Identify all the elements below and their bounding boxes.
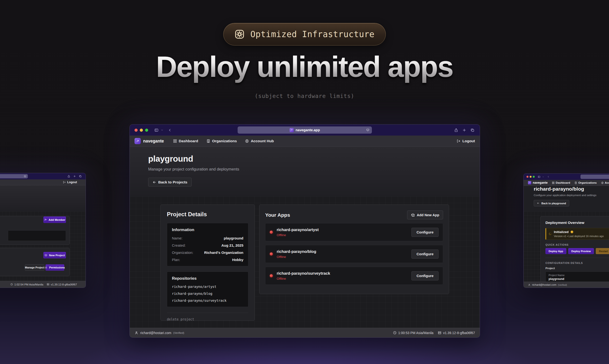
share-icon[interactable] <box>454 128 458 132</box>
back-to-projects-button[interactable]: Back to Projects <box>148 178 192 187</box>
nav-dashboard-label: Dashboard <box>179 139 198 143</box>
sidebar-toggle-icon[interactable] <box>154 128 158 132</box>
clock-icon <box>10 283 13 286</box>
left-navbar: Logout <box>0 179 86 185</box>
building-icon <box>207 139 210 143</box>
configure-button[interactable]: Configure <box>411 249 439 259</box>
app-row: richard-parayno/artyst Offline Configure <box>265 223 443 241</box>
deploy-preview-button[interactable]: Deploy Preview <box>568 248 594 254</box>
deploy-app-button[interactable]: Deploy App <box>545 248 566 254</box>
right-navbar: navegante Dashboard Organizations Accoun… <box>524 180 609 186</box>
minimize-window-button[interactable] <box>530 176 532 178</box>
footer-user-email: richard@hostari.com <box>140 331 171 335</box>
restart-button[interactable]: Restart <box>596 248 609 254</box>
navegante-brand[interactable]: navegante <box>528 181 548 184</box>
info-row-organization: Organization: Richard's Organization <box>172 250 243 255</box>
footer-time: 1:00:53 PM Asia/Manila <box>393 331 433 335</box>
dashboard-grid-icon <box>552 182 554 184</box>
logout-button[interactable]: Logout <box>457 139 475 143</box>
share-icon[interactable] <box>67 175 70 178</box>
navegante-brand[interactable]: navegante <box>135 138 164 144</box>
app-meta: richard-parayno/blog Offline <box>277 249 316 259</box>
right-url-bar[interactable] <box>581 175 609 179</box>
back-navigation-icon[interactable] <box>168 128 172 132</box>
server-icon <box>47 283 49 286</box>
sidebar-toggle-icon[interactable] <box>538 176 540 178</box>
info-row-created: Created: Aug 21, 2025 <box>172 243 243 247</box>
app-row: richard-parayno/surveytrack Offline Conf… <box>265 267 443 285</box>
left-status-footer: 1:02:54 PM Asia/Manila v1.39.12-8-gfba06… <box>0 281 86 288</box>
hero-subtitle: (subject to hardware limits) <box>0 93 609 99</box>
deployment-overview-title: Deployment Overview <box>545 221 609 225</box>
offline-status-dot <box>270 231 273 234</box>
nav-organizations[interactable]: Organizations <box>574 181 597 184</box>
status-footer: richard@hostari.com (Verified) 1:00:53 P… <box>130 328 480 338</box>
reader-mode-icon[interactable] <box>24 175 26 178</box>
offline-status-dot <box>270 252 273 256</box>
add-member-button[interactable]: Add Member <box>43 217 66 223</box>
user-icon <box>528 284 531 286</box>
back-to-playground-button[interactable]: Back to playground <box>534 200 569 207</box>
footer-version: v1.39.12-8-gfba06f67 <box>438 331 475 335</box>
logout-label: Logout <box>462 139 475 143</box>
spinner-icon <box>549 233 552 235</box>
minimize-window-button[interactable] <box>140 129 143 132</box>
navegante-favicon-icon <box>290 128 294 132</box>
nav-dashboard[interactable]: Dashboard <box>173 139 198 143</box>
repositories-box: Repositories richard-parayno/artyst rich… <box>167 272 249 307</box>
app-row: richard-parayno/blog Offline Configure <box>265 245 443 263</box>
manage-project-button[interactable]: Manage Project <box>25 264 44 271</box>
close-window-button[interactable] <box>135 129 138 132</box>
lock-icon <box>45 266 47 269</box>
page-title: playground <box>148 154 480 164</box>
page: Optimized Infrastructure Deploy unlimite… <box>0 0 609 364</box>
project-details-title: Project Details <box>167 211 249 218</box>
user-icon <box>135 331 138 335</box>
offline-status-dot <box>270 274 273 277</box>
configure-button[interactable]: Configure <box>411 228 439 237</box>
chevron-down-icon[interactable] <box>542 176 544 178</box>
repository-item: richard-parayno/blog <box>172 292 243 296</box>
tab-overview-icon[interactable] <box>471 128 474 132</box>
your-apps-title: Your Apps <box>265 212 290 218</box>
titlebar-actions <box>454 125 474 136</box>
delete-project-link[interactable]: delete project <box>167 317 194 321</box>
folder-plus-icon <box>45 254 47 257</box>
hero-title: Deploy unlimited apps <box>0 51 609 83</box>
url-bar[interactable]: navegante.app <box>238 126 372 134</box>
project-section-label: Project <box>545 267 609 270</box>
page-subtitle: Configure your application deployment an… <box>534 194 596 197</box>
nav-account-hub[interactable]: Account Hub <box>601 181 609 184</box>
nav-organizations[interactable]: Organizations <box>207 139 237 143</box>
nav-dashboard[interactable]: Dashboard <box>552 181 570 184</box>
main-browser-window: navegante.app <box>129 124 480 338</box>
navegante-logo-icon <box>528 181 531 184</box>
logout-button[interactable]: Logout <box>63 181 77 184</box>
left-browser-window: Logout Add Member New Project Manage Pro… <box>0 173 86 288</box>
content-grid-area: Project Details Information Name: playgr… <box>130 197 480 328</box>
quick-actions-row: Deploy App Deploy Preview Restart Stop S… <box>545 248 609 254</box>
maximize-window-button[interactable] <box>145 129 148 132</box>
app-name: richard-parayno/surveytrack <box>277 271 330 276</box>
app-meta: richard-parayno/artyst Offline <box>277 228 319 237</box>
new-project-button[interactable]: New Project <box>43 252 66 258</box>
left-url-bar[interactable] <box>0 174 28 178</box>
nav-account-hub-label: Account Hub <box>251 139 274 143</box>
chevron-down-icon[interactable] <box>161 129 163 131</box>
add-new-app-button[interactable]: Add New App <box>407 210 443 219</box>
reader-mode-icon[interactable] <box>366 128 370 132</box>
footer-version: v1.39.12-8-gfba06f67 <box>47 283 77 286</box>
info-row-plan: Plan: Hobby <box>172 258 243 262</box>
nav-account-hub[interactable]: Account Hub <box>245 139 274 143</box>
maximize-window-button[interactable] <box>533 176 535 178</box>
nav-items: Dashboard Organizations Account Hub <box>173 139 274 143</box>
new-tab-icon[interactable] <box>73 175 76 178</box>
permissions-button[interactable]: Permissions <box>46 264 64 271</box>
dashboard-grid-icon <box>173 139 177 143</box>
close-window-button[interactable] <box>526 176 528 178</box>
back-navigation-icon[interactable] <box>547 176 550 178</box>
main-content: playground Manage your project configura… <box>130 147 480 328</box>
tab-overview-icon[interactable] <box>79 175 82 178</box>
configure-button[interactable]: Configure <box>411 271 439 280</box>
new-tab-icon[interactable] <box>462 128 466 132</box>
